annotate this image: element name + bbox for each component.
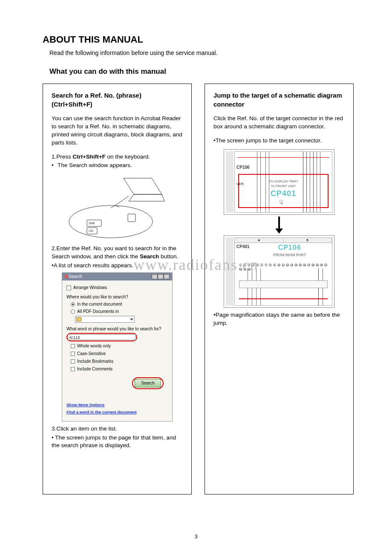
section-subheading: What you can do with this manual [49, 67, 354, 76]
radio-current-doc[interactable] [71, 302, 75, 306]
cp401-label: CP401 [236, 244, 250, 250]
close-button[interactable]: × [164, 274, 170, 279]
ruler-4: 4 [235, 238, 283, 243]
ctrl-key-label: Ctrl [89, 229, 93, 232]
step-3: 3.Click an item on the list. [52, 425, 183, 433]
right-panel: Jump to the target of a schematic diagra… [205, 84, 354, 494]
shift-key-label: Shift [89, 222, 95, 225]
folder-dropdown[interactable] [75, 316, 135, 323]
include-comments-label: Include Comments [77, 366, 112, 372]
search-window-titlebar: ⧉Search _ □ × [62, 273, 172, 280]
page-title: ABOUT THIS MANUAL [43, 34, 354, 45]
find-word-link[interactable]: Find a word in the current document [66, 409, 168, 415]
arrange-windows-label[interactable]: Arrange Windows [73, 285, 107, 291]
svg-marker-5 [275, 228, 283, 234]
cp106-label: CP106 [236, 165, 250, 171]
left-panel: Search for a Ref. No. (phrase) (Ctrl+Shi… [43, 84, 192, 494]
schematic-figure: CP106 VER TO DISPLAY PART To FRONT UNIT … [224, 149, 334, 308]
right-note-2: •Page magnification stays the same as be… [213, 311, 345, 327]
left-panel-description: You can use the search function in Acrob… [52, 115, 183, 147]
where-search-label: Where would you like to search? [66, 294, 168, 300]
step-2-bold: Search [140, 253, 159, 260]
checkbox-whole-words[interactable] [71, 344, 75, 348]
bullet-3: • The screen jumps to the page for that … [52, 434, 183, 450]
left-panel-title: Search for a Ref. No. (phrase) (Ctrl+Shi… [52, 91, 183, 109]
radio-current-doc-label: In the current document [77, 301, 122, 307]
search-input[interactable]: IC113 [68, 334, 136, 340]
red-highlight-box: TO DISPLAY PART To FRONT UNIT CP401 ☟ [238, 174, 329, 208]
page-number: 3 [0, 533, 392, 540]
connector-pins: 123456789101112131415161718192021222324 [239, 263, 328, 271]
radio-all-pdf[interactable] [71, 309, 75, 314]
laptop-illustration: Shift Ctrl [68, 175, 166, 239]
adobe-icon: ⧉ [65, 274, 68, 279]
schematic-sheet-2: 4 5 CP401 CP106 FROM MAIN PART 123456789… [224, 235, 334, 308]
include-bookmarks-label: Include Bookmarks [77, 358, 113, 364]
right-note-1: •The screen jumps to the target connecto… [213, 137, 345, 145]
chevron-down-icon [130, 318, 133, 321]
input-highlight-circle: IC113 [66, 333, 137, 341]
checkbox-include-comments[interactable] [71, 367, 75, 371]
search-window-title: Search [69, 274, 82, 279]
svg-point-0 [69, 205, 153, 238]
minimize-button[interactable]: _ [152, 274, 158, 279]
to-front-unit-text: To FRONT UNIT [241, 184, 326, 188]
arrow-down-icon [224, 217, 334, 234]
checkbox-include-bookmarks[interactable] [71, 359, 75, 364]
from-main-part-text: FROM MAIN PART [273, 252, 306, 258]
right-panel-title: Jump to the target of a schematic diagra… [213, 91, 345, 109]
maximize-button[interactable]: □ [158, 274, 164, 279]
step-1-pre: 1.Press [52, 153, 73, 160]
svg-rect-1 [128, 214, 135, 222]
whole-words-label: Whole words only [77, 343, 111, 349]
step-1: 1.Press Ctrl+Shift+F on the keyboard. [52, 153, 183, 161]
show-more-options-link[interactable]: Show More Options [66, 402, 168, 408]
step-1-shortcut: Ctrl+Shift+F [73, 153, 106, 160]
arrange-windows-icon [66, 286, 71, 290]
right-panel-description: Click the Ref. No. of the target connect… [213, 115, 345, 131]
bullet-1: The Search window appears. [52, 162, 183, 170]
folder-icon [76, 317, 81, 321]
connector-link-cp401[interactable]: CP401 [241, 188, 326, 199]
phrase-label: What word or phrase would you like to se… [66, 326, 168, 332]
search-button[interactable]: Search [135, 379, 161, 387]
ruler-5: 5 [283, 238, 332, 243]
content-columns: Search for a Ref. No. (phrase) (Ctrl+Shi… [43, 84, 354, 494]
step-2: 2.Enter the Ref. No. you want to search … [52, 245, 183, 261]
hand-cursor-icon: ☟ [279, 198, 283, 208]
schematic-sheet-1: CP106 VER TO DISPLAY PART To FRONT UNIT … [224, 149, 334, 215]
note-2: •A list of search results appears. [52, 262, 183, 270]
case-sensitive-label: Case-Sensitive [77, 351, 106, 357]
step-2-post: button. [159, 253, 178, 260]
search-window: ⧉Search _ □ × Arrange Windows Where woul… [62, 272, 173, 422]
step-1-post: on the keyboard. [106, 153, 150, 160]
intro-text: Read the following information before us… [49, 49, 354, 56]
radio-all-pdf-label: All PDF Documents in [77, 309, 119, 315]
search-button-highlight-circle: Search [132, 377, 164, 389]
checkbox-case-sensitive[interactable] [71, 352, 75, 356]
to-display-part-text: TO DISPLAY PART [241, 179, 326, 184]
connector-link-cp106[interactable]: CP106 [273, 243, 306, 252]
